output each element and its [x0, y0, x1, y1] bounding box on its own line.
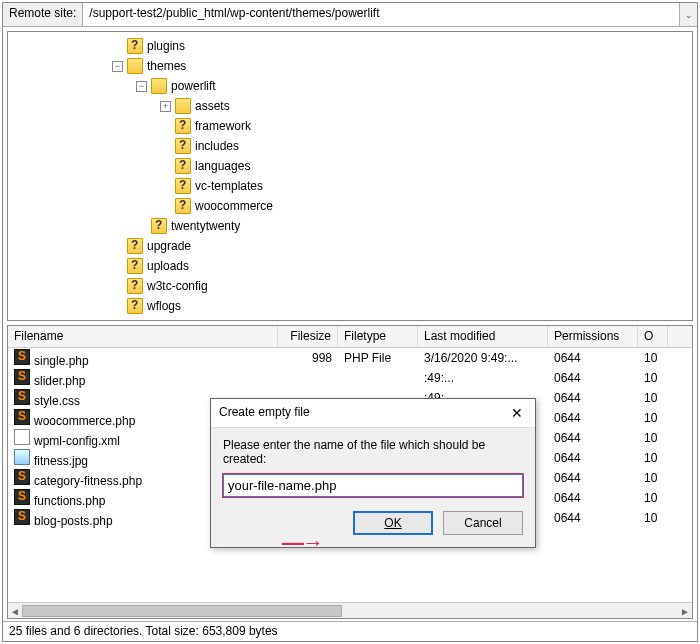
sublime-file-icon [14, 509, 30, 525]
expand-icon[interactable]: + [160, 101, 171, 112]
cell-owner: 10 [638, 408, 668, 428]
tree-item-label: upgrade [147, 239, 191, 253]
collapse-icon[interactable]: − [136, 81, 147, 92]
tree-item[interactable]: plugins [12, 36, 688, 56]
ok-label: OK [384, 516, 401, 530]
tree-item-label: assets [195, 99, 230, 113]
cell-filetype: PHP File [338, 348, 418, 368]
tree-item[interactable]: −themes [12, 56, 688, 76]
folder-icon [151, 218, 167, 234]
tree-item-label: themes [147, 59, 186, 73]
folder-icon [175, 138, 191, 154]
cell-filetype [338, 375, 418, 381]
remote-tree-pane[interactable]: plugins−themes−powerlift+assetsframework… [7, 31, 693, 321]
tree-item[interactable]: vc-templates [12, 176, 688, 196]
cell-permissions: 0644 [548, 348, 638, 368]
cancel-button[interactable]: Cancel [443, 511, 523, 535]
tree-item[interactable]: includes [12, 136, 688, 156]
tree-item[interactable]: +assets [12, 96, 688, 116]
cell-owner: 10 [638, 348, 668, 368]
folder-icon [175, 98, 191, 114]
cell-permissions: 0644 [548, 448, 638, 468]
tree-item-label: includes [195, 139, 239, 153]
filename-input[interactable] [223, 474, 523, 497]
close-button[interactable]: ✕ [507, 405, 527, 421]
tree-item-label: plugins [147, 39, 185, 53]
cell-modified: :49:... [418, 368, 548, 388]
status-bar: 25 files and 6 directories. Total size: … [3, 621, 697, 641]
scroll-left-arrow[interactable]: ◄ [8, 603, 22, 619]
dialog-title: Create empty file [219, 405, 507, 421]
tree-item-label: w3tc-config [147, 279, 208, 293]
file-name-label: blog-posts.php [34, 514, 113, 528]
folder-icon [175, 198, 191, 214]
sublime-file-icon [14, 409, 30, 425]
sublime-file-icon [14, 489, 30, 505]
tree-item[interactable]: framework [12, 116, 688, 136]
cell-owner: 10 [638, 488, 668, 508]
remote-path-input[interactable]: /support-test2/public_html/wp-content/th… [83, 3, 679, 26]
tree-item-label: wflogs [147, 299, 181, 313]
folder-icon [127, 58, 143, 74]
cell-owner: 10 [638, 428, 668, 448]
cell-owner: 10 [638, 468, 668, 488]
col-header-owner[interactable]: O [638, 326, 668, 347]
cell-permissions: 0644 [548, 408, 638, 428]
col-header-permissions[interactable]: Permissions [548, 326, 638, 347]
remote-path-dropdown[interactable]: ⌄ [679, 3, 697, 26]
tree-item-label: twentytwenty [171, 219, 240, 233]
sublime-file-icon [14, 369, 30, 385]
horizontal-scrollbar[interactable]: ◄ ► [8, 602, 692, 618]
folder-icon [127, 298, 143, 314]
tree-item[interactable]: wflogs [12, 296, 688, 316]
folder-icon [127, 258, 143, 274]
tree-item[interactable]: twentytwenty [12, 216, 688, 236]
cell-filesize: 998 [278, 348, 338, 368]
sublime-file-icon [14, 389, 30, 405]
sublime-file-icon [14, 469, 30, 485]
folder-icon [151, 78, 167, 94]
tree-item[interactable]: uploads [12, 256, 688, 276]
tree-item-label: vc-templates [195, 179, 263, 193]
tree-item-label: uploads [147, 259, 189, 273]
remote-path-row: Remote site: /support-test2/public_html/… [3, 3, 697, 27]
remote-site-label: Remote site: [3, 3, 83, 26]
col-header-filesize[interactable]: Filesize [278, 326, 338, 347]
tree-item-label: framework [195, 119, 251, 133]
create-file-dialog: Create empty file ✕ Please enter the nam… [210, 398, 536, 548]
col-header-filetype[interactable]: Filetype [338, 326, 418, 347]
tree-item-label: languages [195, 159, 250, 173]
tree-item-label: woocommerce [195, 199, 273, 213]
tree-item[interactable]: upgrade [12, 236, 688, 256]
chevron-down-icon: ⌄ [685, 10, 693, 20]
annotation-arrow: —→ [282, 530, 322, 556]
cell-permissions: 0644 [548, 388, 638, 408]
folder-icon [127, 278, 143, 294]
ok-button[interactable]: OK [353, 511, 433, 535]
cell-filesize [278, 375, 338, 381]
scroll-right-arrow[interactable]: ► [678, 603, 692, 619]
dialog-message: Please enter the name of the file which … [223, 438, 523, 466]
cell-permissions: 0644 [548, 468, 638, 488]
folder-icon [127, 38, 143, 54]
folder-icon [127, 238, 143, 254]
tree-item[interactable]: −powerlift [12, 76, 688, 96]
cell-owner: 10 [638, 508, 668, 528]
folder-icon [175, 178, 191, 194]
cell-owner: 10 [638, 368, 668, 388]
col-header-filename[interactable]: Filename [8, 326, 278, 347]
cell-permissions: 0644 [548, 488, 638, 508]
image-file-icon [14, 449, 30, 465]
sublime-file-icon [14, 349, 30, 365]
cell-owner: 10 [638, 448, 668, 468]
tree-item-label: powerlift [171, 79, 216, 93]
collapse-icon[interactable]: − [112, 61, 123, 72]
cell-modified: 3/16/2020 9:49:... [418, 348, 548, 368]
tree-item[interactable]: w3tc-config [12, 276, 688, 296]
col-header-modified[interactable]: Last modified [418, 326, 548, 347]
tree-item[interactable]: languages [12, 156, 688, 176]
tree-item[interactable]: woocommerce [12, 196, 688, 216]
cell-permissions: 0644 [548, 368, 638, 388]
scrollbar-thumb[interactable] [22, 605, 342, 617]
folder-icon [175, 118, 191, 134]
